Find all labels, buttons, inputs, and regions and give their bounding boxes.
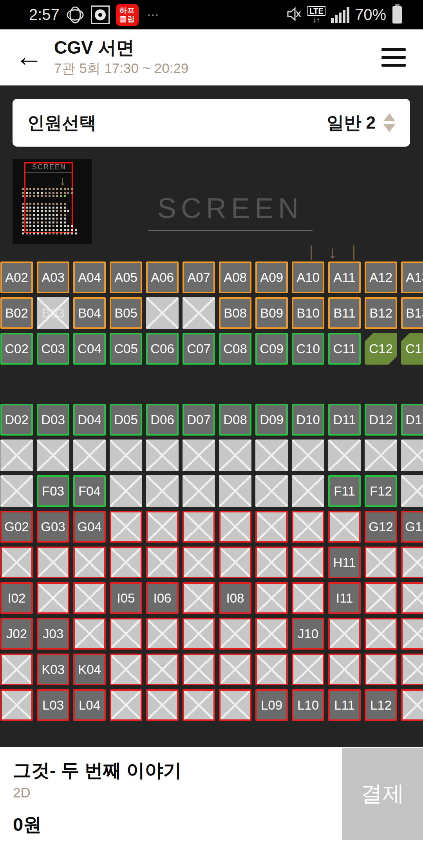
seat-unavailable <box>255 582 288 614</box>
seat-unavailable <box>365 582 397 614</box>
seat-A11[interactable]: A11 <box>328 261 361 293</box>
seat-F04[interactable]: F04 <box>73 475 106 507</box>
seat-unavailable <box>292 547 324 578</box>
seat-C03[interactable]: C03 <box>37 333 69 365</box>
seat-A06[interactable]: A06 <box>146 261 179 293</box>
seat-I08[interactable]: I08 <box>219 582 251 614</box>
seat-B13[interactable]: B13 <box>401 297 423 329</box>
seat-C02[interactable]: C02 <box>0 333 33 365</box>
seat-D07[interactable]: D07 <box>183 404 215 436</box>
seat-A12[interactable]: A12 <box>365 261 397 293</box>
seat-unavailable <box>365 547 397 578</box>
seat-unavailable <box>0 439 33 471</box>
seat-F03[interactable]: F03 <box>37 475 69 507</box>
seat-A03[interactable]: A03 <box>37 261 69 293</box>
seat-G02[interactable]: G02 <box>0 511 33 543</box>
seat-D13[interactable]: D13 <box>401 404 423 436</box>
seat-B11[interactable]: B11 <box>328 297 361 329</box>
seat-C06[interactable]: C06 <box>146 333 179 365</box>
seat-L11[interactable]: L11 <box>328 689 361 721</box>
seat-D06[interactable]: D06 <box>146 404 179 436</box>
seat-A09[interactable]: A09 <box>255 261 288 293</box>
seat-B04[interactable]: B04 <box>73 297 106 329</box>
seat-unavailable <box>328 511 361 543</box>
seat-A04[interactable]: A04 <box>73 261 106 293</box>
seat-D05[interactable]: D05 <box>110 404 142 436</box>
seat-F11[interactable]: F11 <box>328 475 361 507</box>
seat-unavailable <box>328 654 361 685</box>
seat-L12[interactable]: L12 <box>365 689 397 721</box>
seat-H11[interactable]: H11 <box>328 547 361 578</box>
pay-button[interactable]: 결제 <box>342 748 423 840</box>
seat-J03[interactable]: J03 <box>37 618 69 650</box>
seat-A08[interactable]: A08 <box>219 261 251 293</box>
seat-F12[interactable]: F12 <box>365 475 397 507</box>
seat-unavailable <box>292 654 324 685</box>
seat-D10[interactable]: D10 <box>292 404 324 436</box>
seat-unavailable <box>73 582 106 614</box>
seat-A02[interactable]: A02 <box>0 261 33 293</box>
seat-J10[interactable]: J10 <box>292 618 324 650</box>
seat-A13[interactable]: A13 <box>401 261 423 293</box>
seat-unavailable <box>146 654 179 685</box>
seat-A05[interactable]: A05 <box>110 261 142 293</box>
seat-I06[interactable]: I06 <box>146 582 179 614</box>
seat-D04[interactable]: D04 <box>73 404 106 436</box>
seat-D12[interactable]: D12 <box>365 404 397 436</box>
seat-unavailable <box>146 297 179 329</box>
seat-B08[interactable]: B08 <box>219 297 251 329</box>
seat-unavailable <box>292 582 324 614</box>
seat-B10[interactable]: B10 <box>292 297 324 329</box>
seat-G12[interactable]: G12 <box>365 511 397 543</box>
seat-B09[interactable]: B09 <box>255 297 288 329</box>
seat-G13[interactable]: G13 <box>401 511 423 543</box>
seat-B12[interactable]: B12 <box>365 297 397 329</box>
seat-I02[interactable]: I02 <box>0 582 33 614</box>
seat-C08[interactable]: C08 <box>219 333 251 365</box>
seat-unavailable <box>401 654 423 685</box>
seat-G03[interactable]: G03 <box>37 511 69 543</box>
seat-D03[interactable]: D03 <box>37 404 69 436</box>
seat-L03[interactable]: L03 <box>37 689 69 721</box>
seat-unavailable <box>183 547 215 578</box>
seat-unavailable <box>146 439 179 471</box>
seat-A07[interactable]: A07 <box>183 261 215 293</box>
seat-C12[interactable]: C12 <box>365 333 397 365</box>
seat-unavailable <box>0 689 33 721</box>
seat-C04[interactable]: C04 <box>73 333 106 365</box>
seat-I11[interactable]: I11 <box>328 582 361 614</box>
seat-C13[interactable]: C13 <box>401 333 423 365</box>
seat-unavailable <box>146 618 179 650</box>
seat-unavailable <box>255 475 288 507</box>
seat-unavailable <box>37 439 69 471</box>
movie-title: 그것- 두 번째 이야기 <box>13 758 182 783</box>
seat-D08[interactable]: D08 <box>219 404 251 436</box>
seat-L09[interactable]: L09 <box>255 689 288 721</box>
seat-unavailable <box>255 618 288 650</box>
seat-C05[interactable]: C05 <box>110 333 142 365</box>
seat-G04[interactable]: G04 <box>73 511 106 543</box>
seat-C11[interactable]: C11 <box>328 333 361 365</box>
seat-K03[interactable]: K03 <box>37 654 69 685</box>
seat-unavailable <box>146 475 179 507</box>
seat-unavailable <box>110 654 142 685</box>
seat-unavailable <box>219 511 251 543</box>
seat-L04[interactable]: L04 <box>73 689 106 721</box>
seat-D02[interactable]: D02 <box>0 404 33 436</box>
seat-K04[interactable]: K04 <box>73 654 106 685</box>
seat-unavailable <box>401 618 423 650</box>
seat-D09[interactable]: D09 <box>255 404 288 436</box>
seat-B05[interactable]: B05 <box>110 297 142 329</box>
seat-C09[interactable]: C09 <box>255 333 288 365</box>
seat-B02[interactable]: B02 <box>0 297 33 329</box>
seat-A10[interactable]: A10 <box>292 261 324 293</box>
seat-unavailable <box>255 511 288 543</box>
seat-I05[interactable]: I05 <box>110 582 142 614</box>
seat-D11[interactable]: D11 <box>328 404 361 436</box>
seat-C10[interactable]: C10 <box>292 333 324 365</box>
seat-J02[interactable]: J02 <box>0 618 33 650</box>
seat-L10[interactable]: L10 <box>292 689 324 721</box>
total-price: 0원 <box>13 812 42 837</box>
seat-C07[interactable]: C07 <box>183 333 215 365</box>
seat-unavailable <box>183 475 215 507</box>
